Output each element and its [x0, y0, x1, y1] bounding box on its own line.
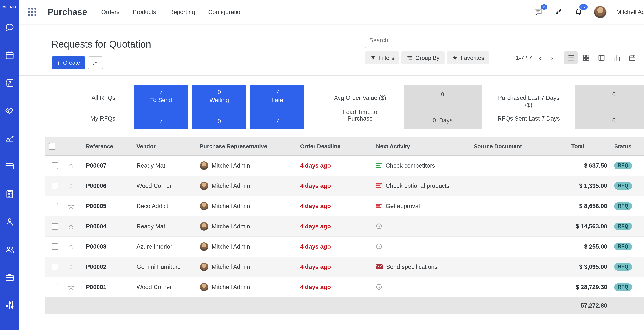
sidebar-item-employees[interactable]: [4, 216, 16, 228]
column-purchase-representative[interactable]: Purchase Representative: [196, 137, 297, 155]
row-checkbox[interactable]: [52, 183, 58, 189]
clock-activity-icon[interactable]: [376, 243, 382, 250]
row-checkbox[interactable]: [52, 223, 58, 230]
favorite-star-icon[interactable]: ☆: [68, 162, 74, 169]
rfqs-sent-last-7-days-value: 0: [612, 117, 616, 124]
row-checkbox[interactable]: [52, 264, 58, 270]
pivot-view-icon[interactable]: [595, 51, 608, 64]
group-by-button[interactable]: Group By: [402, 51, 445, 64]
table-row[interactable]: ☆ P00001 Wood Corner Mitchell Admin 4 da…: [45, 277, 644, 297]
menu-orders[interactable]: Orders: [101, 8, 120, 15]
representative-name: Mitchell Admin: [212, 162, 250, 169]
column-next-activity[interactable]: Next Activity: [372, 137, 470, 155]
menu-products[interactable]: Products: [133, 8, 156, 15]
bell-icon[interactable]: 32: [574, 6, 584, 17]
vendor: Wood Corner: [136, 182, 172, 189]
table-row[interactable]: ☆ P00005 Deco Addict Mitchell Admin 4 da…: [45, 196, 644, 216]
favorites-button[interactable]: Favorites: [447, 51, 490, 64]
column-order-deadline[interactable]: Order Deadline: [297, 137, 372, 155]
table-row[interactable]: ☆ P00006 Wood Corner Mitchell Admin 4 da…: [45, 176, 644, 196]
sidebar-item-purchase[interactable]: [4, 272, 16, 283]
clock-activity-icon[interactable]: [376, 284, 382, 290]
control-panel: Requests for Quotation + Create ▼: [19, 24, 644, 76]
user-avatar[interactable]: [594, 5, 606, 18]
row-checkbox[interactable]: [52, 284, 58, 290]
menu-configuration[interactable]: Configuration: [208, 8, 244, 15]
sidebar-item-contacts[interactable]: [4, 77, 16, 89]
representative-avatar: [200, 161, 208, 170]
list-view-icon[interactable]: [564, 51, 578, 64]
order-deadline: 4 days ago: [300, 223, 331, 230]
table-row[interactable]: ☆ P00004 Ready Mat Mitchell Admin 4 days…: [45, 216, 644, 236]
menu-reporting[interactable]: Reporting: [169, 8, 195, 15]
row-checkbox[interactable]: [52, 162, 58, 169]
all-rfqs-label[interactable]: All RFQs: [52, 95, 115, 101]
sidebar-item-crm[interactable]: [4, 105, 16, 117]
my-rfqs-label[interactable]: My RFQs: [52, 115, 115, 122]
favorite-star-icon[interactable]: ☆: [68, 283, 74, 291]
filters-button[interactable]: Filters: [365, 51, 400, 64]
total-amount: $ 3,095.00: [579, 263, 607, 270]
menu-label[interactable]: MENU: [2, 5, 17, 9]
tile-to-send[interactable]: 7 To Send 7: [134, 85, 188, 129]
export-button[interactable]: [88, 56, 103, 69]
apps-grid-icon[interactable]: [28, 8, 36, 16]
sidebar-item-members[interactable]: [4, 244, 16, 255]
user-name[interactable]: Mitchell Admin: [616, 8, 644, 15]
graph-view-icon[interactable]: [610, 51, 624, 64]
row-checkbox[interactable]: [52, 203, 58, 209]
favorite-star-icon[interactable]: ☆: [68, 182, 74, 189]
search-input[interactable]: [365, 32, 644, 48]
representative-avatar: [200, 283, 208, 291]
page-title: Requests for Quotation: [52, 39, 365, 50]
favorite-star-icon[interactable]: ☆: [68, 202, 74, 210]
favorite-star-icon[interactable]: ☆: [68, 263, 74, 270]
sidebar-item-settings[interactable]: [4, 299, 16, 311]
activity-view-icon[interactable]: [641, 51, 644, 64]
calendar-view-icon[interactable]: [626, 51, 639, 64]
column-reference[interactable]: Reference: [82, 137, 133, 155]
top-menus: Orders Products Reporting Configuration: [101, 8, 244, 15]
tile-last-7-days[interactable]: 0 0: [575, 85, 644, 129]
messages-icon[interactable]: 3: [533, 6, 544, 17]
sidebar-item-sales[interactable]: [4, 133, 16, 144]
column-total[interactable]: Total: [568, 137, 611, 155]
tile-avg-lead[interactable]: 0 0Days: [404, 85, 482, 129]
red-activity-icon[interactable]: [376, 203, 382, 209]
sidebar-item-discuss[interactable]: [4, 22, 16, 33]
representative-name: Mitchell Admin: [212, 203, 250, 209]
table-row[interactable]: ☆ P00003 Azure Interior Mitchell Admin 4…: [45, 236, 644, 257]
row-checkbox[interactable]: [52, 243, 58, 250]
total-amount: $ 8,658.00: [579, 203, 607, 209]
sidebar-item-invoicing[interactable]: [4, 161, 16, 172]
pager-previous-button[interactable]: ‹: [536, 53, 544, 63]
tile-late[interactable]: 7 Late 7: [250, 85, 304, 129]
column-vendor[interactable]: Vendor: [133, 137, 196, 155]
tile-waiting[interactable]: 0 Waiting 0: [192, 85, 246, 129]
reference: P00005: [86, 203, 106, 209]
reference: P00007: [86, 162, 106, 169]
kanban-view-icon[interactable]: [579, 51, 593, 64]
paintbrush-icon[interactable]: [553, 6, 564, 17]
sidebar-item-calendar[interactable]: [4, 50, 16, 61]
table-row[interactable]: ☆ P00002 Gemini Furniture Mitchell Admin…: [45, 257, 644, 277]
order-deadline: 4 days ago: [300, 243, 331, 250]
sidebar-item-accounting[interactable]: [4, 188, 16, 200]
envelope-activity-icon[interactable]: [376, 264, 383, 269]
table-row[interactable]: ☆ P00007 Ready Mat Mitchell Admin 4 days…: [45, 155, 644, 176]
topbar: Purchase Orders Products Reporting Confi…: [19, 0, 644, 24]
favorite-star-icon[interactable]: ☆: [68, 222, 74, 230]
app-name[interactable]: Purchase: [48, 7, 87, 17]
total-amount: $ 637.50: [584, 162, 607, 169]
favorite-star-icon[interactable]: ☆: [68, 243, 74, 250]
red-activity-icon[interactable]: [376, 183, 382, 188]
purchased-last-7-days-value: 0: [612, 91, 616, 98]
lead-time-value: 0Days: [433, 117, 453, 124]
column-status[interactable]: Status: [611, 137, 641, 155]
green-activity-icon[interactable]: [376, 163, 382, 168]
select-all-checkbox[interactable]: [49, 143, 56, 150]
create-button[interactable]: + Create: [52, 56, 86, 69]
clock-activity-icon[interactable]: [376, 223, 382, 229]
column-source-document[interactable]: Source Document: [470, 137, 568, 155]
pager-next-button[interactable]: ›: [548, 53, 556, 63]
